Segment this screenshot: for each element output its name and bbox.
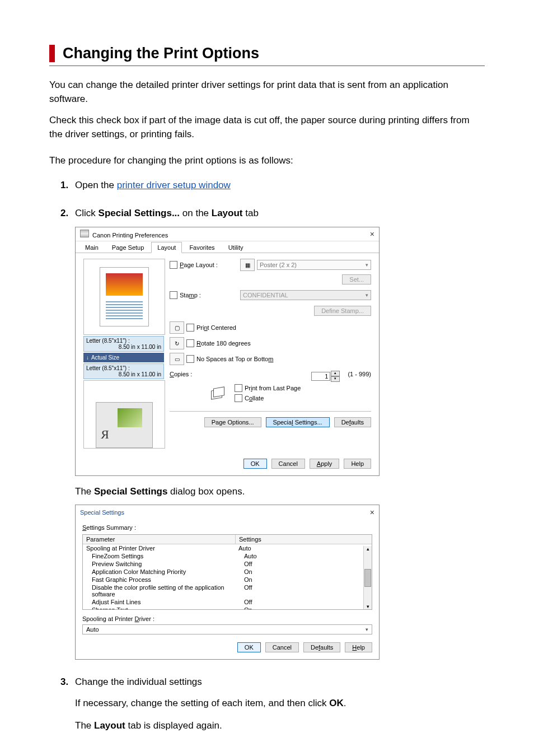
no-spaces-icon: ▭ [170,353,184,365]
tabs-bar: Main Page Setup Layout Favorites Utility [76,241,379,253]
page-title: Changing the Print Options [63,45,485,62]
step-3-text: Change the individual settings [75,676,202,688]
intro-paragraph-1: You can change the detailed printer driv… [49,78,485,106]
page-layout-label: Page Layout : [180,262,238,268]
rotate-180-checkbox[interactable] [186,339,194,347]
scroll-down-icon[interactable]: ▾ [367,604,369,609]
intro-paragraph-2: Check this check box if part of the imag… [49,114,485,141]
paper-size-info-2: Letter (8.5"x11") : 8.50 in x 11.00 in [83,363,164,379]
scroll-thumb[interactable] [364,569,371,587]
col-parameter: Parameter [83,535,236,544]
set-button[interactable]: Set... [342,274,371,284]
close-icon[interactable]: × [370,230,374,239]
scrollbar[interactable]: ▴ ▾ [363,546,372,609]
rotate-180-label: Rotate 180 degrees [196,340,251,347]
poster-icon: ▦ [240,259,255,271]
copies-label: Copies : [170,371,192,377]
detail-setting-dropdown[interactable]: Auto▾ [82,624,372,634]
stamp-checkbox[interactable] [170,291,177,299]
tab-main[interactable]: Main [79,242,105,253]
no-spaces-label: No Spaces at Top or Bottom [196,356,273,362]
detail-setting-label: Spooling at Printer Driver : [82,615,372,622]
actual-size-badge: ↓Actual Size [83,353,164,362]
step-3-body-1: If necessary, change the setting of each… [75,697,485,711]
down-arrow-icon: ↓ [86,354,89,361]
intro-paragraph-3: The procedure for changing the print opt… [49,154,485,168]
orientation-preview: R [83,380,165,449]
print-centered-checkbox[interactable] [186,324,194,332]
chevron-down-icon: ▾ [366,292,368,298]
page-layout-checkbox[interactable] [170,261,177,269]
step-number-2: 2. [60,208,75,219]
ok-button[interactable]: OK [237,642,261,652]
ok-button[interactable]: OK [243,459,267,469]
tab-layout[interactable]: Layout [151,242,182,253]
print-from-last-page-checkbox[interactable] [235,384,242,392]
dialog1-title: Canon Printing Preferences [80,230,168,239]
table-row[interactable]: Preview SwitchingOff [83,560,372,568]
step-number-1: 1. [60,180,75,191]
centered-icon: ▢ [170,321,184,334]
page-layout-dropdown[interactable]: Poster (2 x 2)▾ [257,260,371,270]
tab-favorites[interactable]: Favorites [183,242,221,253]
cancel-button[interactable]: Cancel [265,642,299,652]
table-row[interactable]: Fast Graphic ProcessOn [83,576,372,584]
collate-icon [210,384,227,401]
spin-down-icon[interactable]: ▾ [331,376,340,382]
step-1-text: Open the printer driver setup window [75,180,231,191]
step-number-3: 3. [60,676,75,688]
cancel-button[interactable]: Cancel [271,459,305,469]
step-3-body-2: The Layout tab is displayed again. [75,719,485,733]
special-settings-dialog: Special Settings × Settings Summary : Pa… [75,505,380,660]
defaults-button[interactable]: Defaults [303,642,340,652]
close-icon[interactable]: × [370,508,374,517]
table-row[interactable]: Spooling at Printer DriverAuto [83,544,372,552]
layout-preview [83,259,165,335]
dialog2-title: Special Settings [80,509,124,516]
table-row[interactable]: Sharpen TextOn [83,606,372,609]
scroll-up-icon[interactable]: ▴ [367,546,369,552]
title-divider [49,66,485,66]
print-centered-label: Print Centered [196,324,236,331]
stamp-label: Stamp : [180,292,238,298]
settings-summary-label: Settings Summary : [82,524,372,531]
table-row[interactable]: Disable the color profile setting of the… [83,584,372,598]
col-settings: Settings [236,535,372,544]
step-2-result: The Special Settings dialog box opens. [75,485,485,499]
table-row[interactable]: Adjust Faint LinesOff [83,598,372,606]
defaults-button[interactable]: Defaults [334,417,371,427]
rotate-icon: ↻ [170,337,184,349]
spin-up-icon[interactable]: ▴ [331,371,340,376]
define-stamp-button[interactable]: Define Stamp... [314,306,371,316]
step-2-text: Click Special Settings... on the Layout … [75,208,259,219]
settings-summary-table: Parameter Settings Spooling at Printer D… [82,534,372,610]
paper-size-info-1: Letter (8.5"x11") : 8.50 in x 11.00 in [83,336,164,352]
printer-icon [80,230,89,237]
collate-label: Collate [245,395,264,402]
apply-button[interactable]: Apply [310,459,340,469]
table-row[interactable]: FineZoom SettingsAuto [83,552,372,560]
chevron-down-icon: ▾ [366,627,368,632]
page-options-button[interactable]: Page Options... [204,417,261,427]
printing-preferences-dialog: Canon Printing Preferences × Main Page S… [75,227,380,476]
print-from-last-page-label: Print from Last Page [245,385,301,391]
special-settings-button[interactable]: Special Settings... [266,417,330,427]
copies-stepper[interactable]: 1 ▴▾ [311,371,340,382]
help-button[interactable]: Help [345,642,372,652]
stamp-dropdown[interactable]: CONFIDENTIAL▾ [240,290,371,300]
tab-page-setup[interactable]: Page Setup [106,242,151,253]
copies-range: (1 - 999) [348,371,371,377]
tab-utility[interactable]: Utility [222,242,250,253]
table-row[interactable]: Application Color Matching PriorityOn [83,568,372,576]
printer-driver-setup-link[interactable]: printer driver setup window [117,180,231,190]
help-button[interactable]: Help [344,459,371,469]
chevron-down-icon: ▾ [366,262,368,268]
collate-checkbox[interactable] [235,394,242,402]
no-spaces-checkbox[interactable] [186,355,194,363]
